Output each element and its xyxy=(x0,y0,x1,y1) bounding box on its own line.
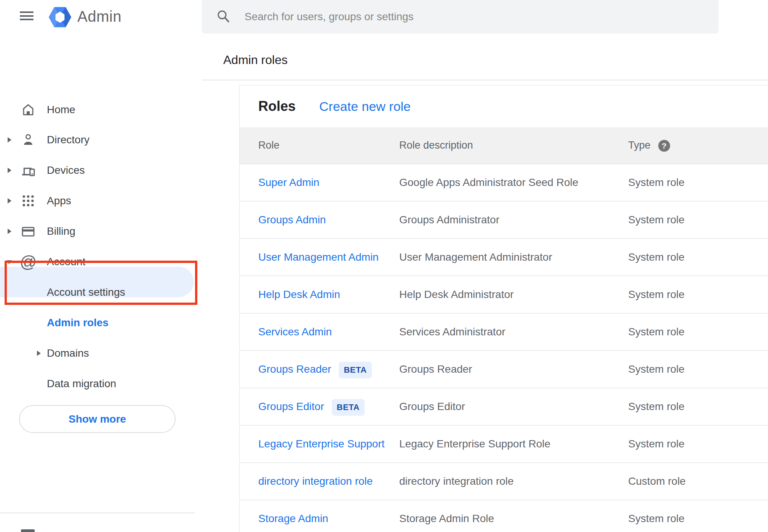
header-divider xyxy=(202,80,768,80)
clipped-sidebar-icon xyxy=(21,529,35,532)
role-link[interactable]: directory integration role xyxy=(258,475,373,487)
apps-icon xyxy=(20,193,37,209)
role-type: System role xyxy=(628,202,685,238)
role-link[interactable]: Services Admin xyxy=(258,326,332,338)
role-link[interactable]: Help Desk Admin xyxy=(258,288,340,300)
admin-logo-icon[interactable] xyxy=(49,7,71,29)
sidebar-item-domains[interactable]: Domains xyxy=(0,338,195,369)
role-description: Services Administrator xyxy=(399,314,506,350)
sidebar-item-billing[interactable]: Billing xyxy=(0,216,195,247)
search-icon xyxy=(216,8,231,25)
table-row: Legacy Enterprise SupportLegacy Enterpri… xyxy=(240,426,768,463)
column-header-role-description: Role description xyxy=(399,127,473,163)
expand-right-icon[interactable] xyxy=(8,198,11,204)
table-header: Role Role description Type? xyxy=(240,127,768,164)
column-header-role: Role xyxy=(258,127,280,163)
role-description: directory integration role xyxy=(399,463,514,500)
table-row: Super AdminGoogle Apps Administrator See… xyxy=(240,164,768,202)
role-description: User Management Administrator xyxy=(399,239,552,276)
table-row: User Management AdminUser Management Adm… xyxy=(240,239,768,276)
role-type: System role xyxy=(628,164,685,201)
role-type: System role xyxy=(628,276,685,313)
sidebar-item-label: Devices xyxy=(47,155,85,186)
table-row: Services AdminServices AdministratorSyst… xyxy=(240,314,768,351)
search-bar[interactable] xyxy=(202,0,718,34)
role-type: Custom role xyxy=(628,463,686,500)
expand-right-icon[interactable] xyxy=(8,168,11,173)
sidebar-item-label: Home xyxy=(47,95,75,125)
role-link[interactable]: Groups Editor xyxy=(258,401,324,412)
sidebar-item-label: Apps xyxy=(47,186,71,216)
help-icon[interactable]: ? xyxy=(658,140,670,152)
sidebar-item-label: Directory xyxy=(47,125,90,155)
menu-icon[interactable] xyxy=(20,11,34,20)
role-link[interactable]: Storage Admin xyxy=(258,513,328,524)
annotation-red-box xyxy=(5,261,197,305)
expand-right-icon[interactable] xyxy=(8,229,11,234)
billing-icon xyxy=(20,223,37,239)
table-row: Groups AdminGroups AdministratorSystem r… xyxy=(240,202,768,239)
search-input[interactable] xyxy=(245,0,702,34)
home-icon xyxy=(20,102,37,118)
role-description: Google Apps Administrator Seed Role xyxy=(399,164,578,201)
app-title: Admin xyxy=(77,5,122,28)
role-description: Groups Reader xyxy=(399,351,472,388)
sidebar-item-apps[interactable]: Apps xyxy=(0,186,195,216)
sidebar-nav: HomeDirectoryDevicesAppsBilling@AccountA… xyxy=(0,42,202,532)
person-icon xyxy=(20,132,37,148)
sidebar-item-devices[interactable]: Devices xyxy=(0,155,195,186)
sidebar-item-data-migration[interactable]: Data migration xyxy=(0,369,195,399)
create-new-role-link[interactable]: Create new role xyxy=(319,85,411,127)
sidebar-item-admin-roles[interactable]: Admin roles xyxy=(0,308,195,338)
beta-badge: BETA xyxy=(332,399,365,416)
role-description: Legacy Enterprise Support Role xyxy=(399,426,550,462)
role-type: System role xyxy=(628,426,685,462)
role-type: System role xyxy=(628,239,685,276)
sidebar-item-label: Data migration xyxy=(47,369,116,399)
role-description: Groups Administrator xyxy=(399,202,499,238)
role-description: Groups Editor xyxy=(399,388,465,425)
sidebar-item-label: Billing xyxy=(47,216,75,247)
devices-icon xyxy=(20,162,37,178)
roles-card: Roles Create new role Role Role descript… xyxy=(239,85,768,532)
table-row: Help Desk AdminHelp Desk AdministratorSy… xyxy=(240,276,768,314)
column-header-type: Type? xyxy=(628,127,670,163)
show-more-button[interactable]: Show more xyxy=(19,405,176,433)
sidebar-item-home[interactable]: Home xyxy=(0,95,195,125)
role-type: System role xyxy=(628,314,685,350)
sidebar-item-directory[interactable]: Directory xyxy=(0,125,195,155)
table-row: Groups ReaderBETAGroups ReaderSystem rol… xyxy=(240,351,768,388)
role-link[interactable]: User Management Admin xyxy=(258,251,379,263)
beta-badge: BETA xyxy=(339,362,371,378)
table-row: Groups EditorBETAGroups EditorSystem rol… xyxy=(240,388,768,426)
sidebar-item-label: Domains xyxy=(47,338,89,369)
role-description: Help Desk Administrator xyxy=(399,276,514,313)
role-link[interactable]: Groups Reader xyxy=(258,363,331,375)
table-row: directory integration roledirectory inte… xyxy=(240,463,768,500)
role-link[interactable]: Super Admin xyxy=(258,176,319,188)
role-link[interactable]: Groups Admin xyxy=(258,214,326,226)
sidebar-divider xyxy=(0,513,195,513)
breadcrumb: Admin roles xyxy=(223,53,288,67)
role-link[interactable]: Legacy Enterprise Support xyxy=(258,438,385,450)
expand-right-icon[interactable] xyxy=(8,137,11,143)
role-description: Storage Admin Role xyxy=(399,500,494,532)
role-type: System role xyxy=(628,500,685,532)
role-type: System role xyxy=(628,351,685,388)
role-type: System role xyxy=(628,388,685,425)
sidebar-item-label: Admin roles xyxy=(47,308,109,338)
table-row: Storage AdminStorage Admin RoleSystem ro… xyxy=(240,500,768,532)
expand-right-icon[interactable] xyxy=(37,351,41,356)
card-title: Roles xyxy=(258,85,296,127)
admin-console: Admin Admin roles HomeDirectoryDevicesAp… xyxy=(0,0,768,532)
